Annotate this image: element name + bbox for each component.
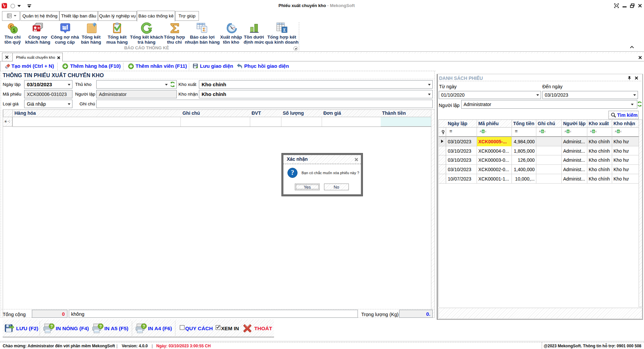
svg-text:?: ? bbox=[143, 324, 145, 329]
svg-text:A: A bbox=[480, 130, 482, 133]
svg-text:c: c bbox=[544, 130, 546, 133]
svg-text:Σ: Σ bbox=[203, 27, 205, 32]
svg-text:c: c bbox=[570, 130, 571, 133]
svg-text:A: A bbox=[565, 130, 567, 133]
svg-text:A: A bbox=[590, 130, 592, 133]
svg-text:A: A bbox=[539, 130, 541, 133]
svg-text:B: B bbox=[617, 130, 619, 133]
svg-text:Σ: Σ bbox=[283, 28, 286, 33]
svg-text:c: c bbox=[620, 130, 622, 133]
svg-text:$: $ bbox=[13, 27, 16, 33]
svg-text:B: B bbox=[592, 130, 594, 133]
svg-text:B: B bbox=[541, 130, 543, 133]
svg-text:c: c bbox=[485, 130, 486, 133]
svg-text:B: B bbox=[567, 130, 569, 133]
svg-text:B: B bbox=[482, 130, 484, 133]
svg-text:?: ? bbox=[99, 324, 102, 329]
svg-text:?: ? bbox=[50, 324, 53, 329]
svg-text:c: c bbox=[595, 130, 597, 133]
svg-text:A: A bbox=[615, 130, 617, 133]
